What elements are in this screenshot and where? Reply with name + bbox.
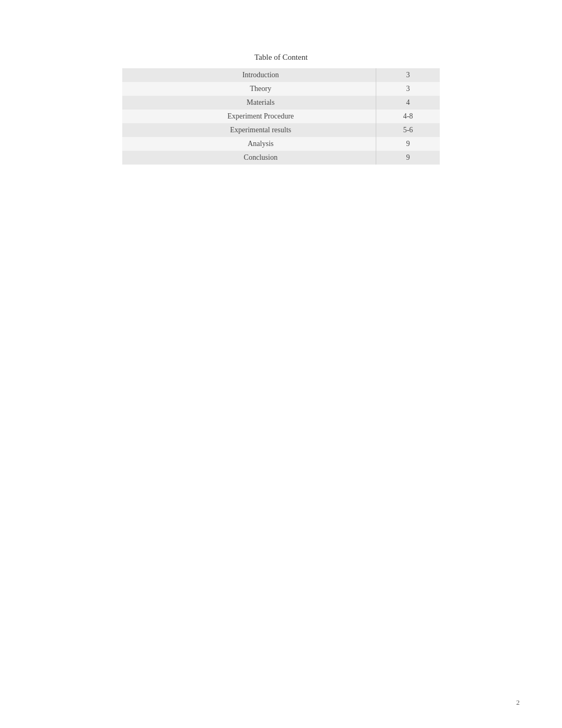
toc-item-page: 9 (376, 137, 440, 151)
toc-item-page: 4 (376, 96, 440, 110)
toc-item-name: Analysis (122, 137, 376, 151)
table-row: Analysis9 (122, 137, 440, 151)
table-row: Conclusion9 (122, 151, 440, 165)
toc-item-name: Experimental results (122, 123, 376, 137)
toc-section: Table of Content Introduction3Theory3Mat… (122, 53, 440, 165)
table-row: Introduction3 (122, 68, 440, 82)
page-number: 2 (516, 698, 520, 707)
toc-item-name: Theory (122, 82, 376, 96)
toc-item-name: Introduction (122, 68, 376, 82)
table-row: Experimental results5-6 (122, 123, 440, 137)
toc-item-name: Materials (122, 96, 376, 110)
toc-item-name: Experiment Procedure (122, 110, 376, 123)
toc-item-page: 9 (376, 151, 440, 165)
toc-table: Introduction3Theory3Materials4Experiment… (122, 68, 440, 165)
table-row: Materials4 (122, 96, 440, 110)
toc-item-page: 3 (376, 82, 440, 96)
table-row: Theory3 (122, 82, 440, 96)
toc-item-page: 3 (376, 68, 440, 82)
table-row: Experiment Procedure4-8 (122, 110, 440, 123)
toc-item-page: 4-8 (376, 110, 440, 123)
toc-title: Table of Content (122, 53, 440, 62)
toc-item-page: 5-6 (376, 123, 440, 137)
page-container: Table of Content Introduction3Theory3Mat… (0, 0, 562, 728)
toc-item-name: Conclusion (122, 151, 376, 165)
